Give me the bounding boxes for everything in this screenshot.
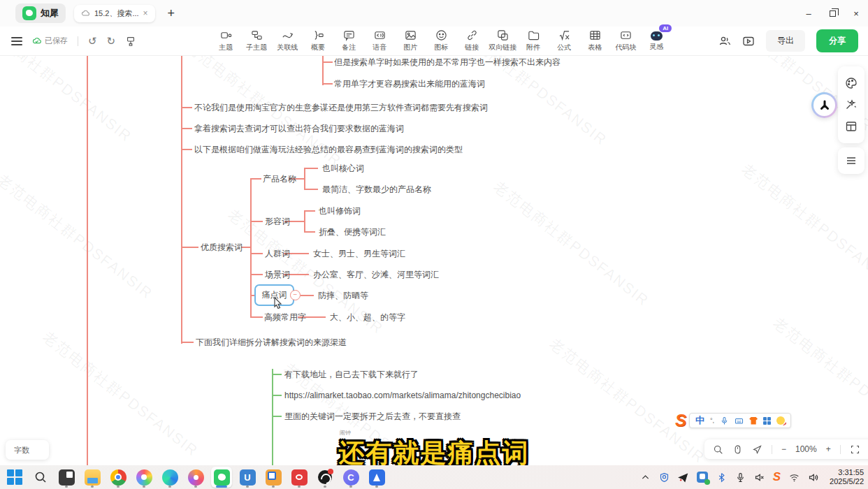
link-button[interactable]: 链接 — [461, 29, 483, 52]
undo-icon[interactable]: ↺ — [88, 35, 97, 48]
mindmap-node[interactable]: 形容词 — [265, 216, 290, 228]
taskbar-app-edge[interactable] — [161, 467, 179, 488]
inspiration-ai-icon — [651, 31, 663, 41]
toolbox-icon[interactable] — [763, 417, 771, 425]
microphone-icon[interactable] — [735, 472, 746, 483]
app-logo-pill[interactable]: 知犀 — [15, 3, 66, 23]
taskbar-app-purple-c[interactable]: C — [342, 467, 360, 488]
mindmap-node[interactable]: 有下载地址，自己去下载下来就行了 — [284, 369, 419, 381]
taskbar-app-colorful[interactable] — [187, 467, 205, 488]
theme-button[interactable]: 主题 — [215, 29, 237, 52]
mindmap-node[interactable]: 大、小、超、的等字 — [330, 312, 405, 323]
sogou-tray-icon[interactable]: S — [773, 470, 781, 484]
inspiration-button[interactable]: AI灵感 — [645, 29, 667, 52]
restore-button[interactable] — [820, 0, 844, 27]
punctuation-icon[interactable]: °, — [710, 417, 714, 424]
mindmap-node[interactable]: 防摔、防晒等 — [318, 290, 368, 302]
skin-icon[interactable] — [749, 417, 758, 425]
security-check-icon[interactable] — [697, 472, 708, 483]
mindmap-node[interactable]: https://alimarket.taobao.com/markets/ali… — [284, 391, 521, 400]
start-button[interactable] — [6, 467, 24, 488]
mindmap-node[interactable]: 折叠、便携等词汇 — [319, 226, 386, 238]
voice-icon — [374, 29, 386, 41]
document-tab[interactable]: 15.2、搜索... × — [74, 5, 155, 22]
menu-icon[interactable] — [11, 37, 22, 45]
export-button[interactable]: 导出 — [766, 30, 805, 52]
mindmap-node[interactable]: 但是搜索单字时如果使用的是不常用字也一样搜索不出来内容 — [334, 57, 560, 68]
mic-icon[interactable] — [720, 416, 729, 425]
tray-expand-chevron-icon[interactable] — [640, 472, 651, 483]
taskbar-app-obs[interactable] — [316, 467, 334, 488]
keyboard-icon[interactable] — [735, 416, 744, 425]
palette-icon[interactable] — [845, 77, 858, 89]
mindmap-canvas[interactable]: 老范电商社群PDSFANSIR 老范电商社群PDSFANSIR 老范电商社群PD… — [0, 56, 868, 465]
taskbar-app-file-explorer[interactable] — [83, 467, 101, 488]
mindmap-node[interactable]: 拿着搜索词去查词才可以查出符合我们要求数据的蓝海词 — [194, 123, 404, 135]
clock-time: 3:31:55 — [830, 468, 864, 477]
taskbar-app-red-o[interactable] — [290, 467, 308, 488]
relation-line-button[interactable]: 关联线 — [276, 29, 298, 52]
bluetooth-icon[interactable] — [716, 472, 727, 483]
emoji-handwriting-icon[interactable] — [776, 416, 785, 425]
mindmap-node[interactable]: 也叫核心词 — [322, 163, 364, 175]
attachment-button[interactable]: 附件 — [522, 29, 544, 52]
note-button[interactable]: 备注 — [338, 29, 360, 52]
new-tab-button[interactable]: + — [168, 6, 175, 21]
redo-icon[interactable]: ↻ — [107, 35, 116, 48]
mindmap-node[interactable]: 人群词 — [265, 248, 290, 260]
mindmap-node[interactable]: 高频常用字 — [264, 312, 306, 323]
mindmap-node[interactable]: 产品名称 — [263, 173, 296, 185]
mindmap-node[interactable]: 里面的关键词一定要拆开之后去查，不要直接查 — [284, 411, 461, 423]
mindmap-node[interactable]: 也叫修饰词 — [319, 205, 361, 217]
voice-button[interactable]: 语音 — [368, 29, 391, 52]
mindmap-node[interactable]: 办公室、客厅、沙滩、河里等词汇 — [313, 269, 439, 281]
subtopic-button[interactable]: 子主题 — [245, 29, 268, 52]
close-button[interactable]: × — [844, 0, 868, 27]
video-tutorial-icon[interactable] — [742, 35, 755, 48]
image-button[interactable]: 图片 — [399, 29, 421, 52]
summary-button[interactable]: 概要 — [307, 29, 329, 52]
security-shield-icon[interactable] — [659, 472, 670, 483]
mindmap-node[interactable]: 女士、男士、男生等词汇 — [313, 248, 405, 260]
mindmap-node[interactable]: 不论我们是使用淘宝官方的生意参谋还是使用第三方软件查词都需要先有搜索词 — [194, 102, 488, 114]
taskbar-app-chrome[interactable] — [109, 467, 127, 488]
mindmap-node[interactable]: 场景词 — [265, 269, 290, 281]
zhixi-ai-assistant-button[interactable] — [811, 92, 837, 118]
audio-device-muted-icon[interactable] — [754, 472, 765, 483]
minimize-button[interactable]: – — [797, 0, 820, 27]
mindmap-node-quality[interactable]: 优质搜索词 — [201, 242, 243, 254]
volume-icon[interactable] — [808, 472, 818, 483]
mindmap-node[interactable]: 下面我们详细拆分讲解搜索词的来源渠道 — [196, 337, 347, 349]
sticker-button[interactable]: 图标 — [430, 29, 452, 52]
mindmap-node[interactable]: 最简洁、字数最少的产品名称 — [322, 184, 431, 196]
mindmap-node[interactable]: 常用单字才更容易搜索出来能用的蓝海词 — [334, 78, 485, 90]
code-block-button[interactable]: 代码块 — [614, 29, 637, 52]
taskbar-app-rocket[interactable] — [368, 467, 386, 488]
taskbar-app-remote[interactable] — [264, 467, 282, 488]
input-mode-chinese-icon[interactable]: 中 — [695, 414, 704, 427]
bidirectional-link-button[interactable]: 双向链接 — [491, 29, 514, 52]
taskbar-app-360-browser[interactable] — [135, 467, 153, 488]
formula-button[interactable]: 公式 — [553, 29, 575, 52]
table-button[interactable]: 表格 — [584, 29, 606, 52]
telegram-plane-icon[interactable] — [678, 472, 688, 483]
collapse-toggle[interactable]: − — [290, 290, 301, 300]
wifi-icon[interactable] — [789, 472, 800, 483]
sogou-logo-icon[interactable]: S — [675, 411, 686, 430]
video-subtitle: 还有就是痛点词 — [0, 436, 868, 465]
format-painter-icon[interactable] — [125, 36, 136, 47]
toolbar: 已保存 ↺ ↻ 主题 子主题 关联线 概要 备注 语音 图片 图标 链接 双向链… — [0, 27, 868, 56]
tab-close-icon[interactable]: × — [143, 8, 148, 18]
taskbar-search-button[interactable] — [31, 467, 50, 488]
mindmap-node[interactable]: 以下是根据咱们做蓝海玩法经验总结的最容易查到蓝海词的搜索词的类型 — [194, 144, 463, 156]
taskbar-clock[interactable]: 3:31:55 2025/5/22 — [830, 468, 864, 486]
layout-structure-icon[interactable] — [845, 120, 858, 133]
branch-line — [250, 178, 252, 318]
share-button[interactable]: 分享 — [816, 29, 858, 52]
beautify-wand-icon[interactable] — [845, 98, 858, 111]
taskbar-app-u[interactable]: U — [238, 467, 256, 488]
outline-list-icon[interactable] — [845, 154, 858, 167]
collaborate-icon[interactable] — [718, 35, 731, 48]
taskbar-app-photos[interactable] — [57, 467, 75, 488]
taskbar-app-zhixi-active[interactable] — [212, 467, 231, 488]
